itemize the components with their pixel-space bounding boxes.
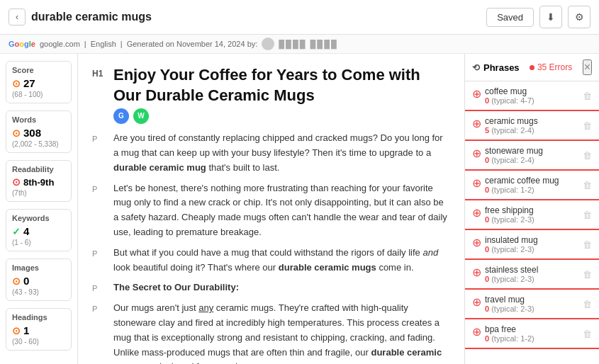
bold-phrase-3: durable ceramic mugs: [113, 347, 442, 364]
score-status-icon: ⊙: [12, 78, 21, 89]
words-value: 308: [23, 127, 41, 139]
errors-count: 35 Errors: [537, 62, 572, 72]
images-value: 0: [23, 275, 29, 287]
back-button[interactable]: ‹: [9, 8, 26, 25]
phrase-delete-icon[interactable]: 🗑: [583, 210, 592, 220]
keywords-status-icon: ✓: [12, 226, 21, 237]
bold-phrase-2: durable ceramic mugs: [279, 262, 376, 273]
phrase-delete-icon[interactable]: 🗑: [583, 150, 592, 161]
language-label: English: [91, 40, 116, 48]
sub-header: Google google.com | English | Generated …: [0, 35, 599, 54]
images-range: (43 - 93): [12, 288, 65, 296]
paragraph-5: Our mugs aren't just any ceramic mugs. T…: [113, 301, 450, 364]
download-button[interactable]: ⬇: [539, 6, 562, 28]
phrase-item-ceramic-coffee-mug: ⊕ ceramic coffee mug 0 (typical: 1-2) 🗑: [465, 171, 599, 200]
h1-content: Enjoy Your Coffee for Years to Come with…: [113, 65, 450, 124]
phrases-icon: ⟲: [472, 62, 480, 73]
page-title: durable ceramic mugs: [31, 11, 152, 23]
generated-label: Generated on November 14, 2024 by:: [127, 40, 258, 48]
phrase-delete-icon[interactable]: 🗑: [583, 91, 592, 101]
saved-button[interactable]: Saved: [486, 8, 534, 27]
phrase-add-icon[interactable]: ⊕: [472, 325, 481, 339]
images-status-icon: ⊙: [12, 275, 21, 287]
phrase-name: stoneware mug: [485, 146, 583, 156]
p2-label: P: [92, 183, 105, 196]
score-value: 27: [23, 77, 35, 89]
phrase-item-bpa-free: ⊕ bpa free 0 (typical: 1-2) 🗑: [465, 319, 599, 349]
phrase-item-free-shipping: ⊕ free shipping 0 (typical: 2-3) 🗑: [465, 200, 599, 230]
paragraph-4-row: P The Secret to Our Durability:: [92, 280, 450, 295]
paragraph-5-row: P Our mugs aren't just any ceramic mugs.…: [92, 301, 450, 364]
headings-range: (30 - 60): [12, 338, 65, 346]
phrases-list: ⊕ coffee mug 0 (typical: 4-7) 🗑 ⊕ cerami…: [465, 81, 599, 364]
words-status-icon: ⊙: [12, 127, 21, 139]
phrase-delete-icon[interactable]: 🗑: [583, 239, 592, 250]
p5-label: P: [92, 303, 105, 316]
p4-label: P: [92, 283, 105, 295]
whatsapp-circle-icon: W: [133, 108, 149, 124]
phrases-title: ⟲ Phrases: [472, 62, 520, 73]
phrase-name: ceramic coffee mug: [485, 176, 583, 186]
phrase-add-icon[interactable]: ⊕: [472, 295, 481, 309]
phrase-add-icon[interactable]: ⊕: [472, 147, 481, 160]
phrase-name: ceramic mugs: [485, 116, 583, 126]
score-range: (68 - 100): [12, 91, 65, 98]
phrase-item-insulated-mug: ⊕ insulated mug 0 (typical: 2-3) 🗑: [465, 230, 599, 260]
bold-phrase-1: durable ceramic mug: [113, 162, 206, 173]
phrases-label: Phrases: [483, 62, 520, 73]
google-logo: Google: [9, 40, 35, 48]
phrase-item-ceramic-mugs: ⊕ ceramic mugs 5 (typical: 2-4) 🗑: [465, 111, 599, 141]
main-area: Score ⊙ 27 (68 - 100) Words ⊙ 308 (2,002…: [0, 54, 599, 364]
phrase-delete-icon[interactable]: 🗑: [583, 269, 592, 280]
phrase-name: coffee mug: [485, 86, 583, 96]
domain-label: google.com: [40, 40, 80, 48]
sep1: |: [84, 40, 86, 48]
phrase-name: stainless steel: [485, 265, 583, 275]
phrase-add-icon[interactable]: ⊕: [472, 87, 481, 101]
readability-value: 8th-9th: [23, 177, 54, 188]
underline-phrase: any: [198, 302, 213, 313]
phrase-delete-icon[interactable]: 🗑: [583, 299, 592, 309]
italic-phrase: and: [422, 247, 438, 258]
avatar: [262, 38, 274, 50]
keywords-range: (1 - 6): [12, 239, 65, 246]
settings-icon: ⚙: [575, 11, 584, 23]
phrase-name: bpa free: [485, 324, 583, 334]
p1-label: P: [92, 133, 105, 146]
words-range: (2,002 - 5,338): [12, 140, 65, 148]
phrase-delete-icon[interactable]: 🗑: [583, 120, 592, 131]
phrase-item-stainless-steel: ⊕ stainless steel 0 (typical: 2-3) 🗑: [465, 260, 599, 290]
metrics-sidebar: Score ⊙ 27 (68 - 100) Words ⊙ 308 (2,002…: [0, 54, 78, 364]
header-right: Saved ⬇ ⚙: [486, 6, 590, 28]
phrase-add-icon[interactable]: ⊕: [472, 236, 481, 249]
error-dot-icon: [530, 65, 534, 70]
paragraph-2: Let's be honest, there's nothing more fr…: [113, 181, 450, 240]
paragraph-4: The Secret to Our Durability:: [113, 280, 450, 295]
h1-row: H1 Enjoy Your Coffee for Years to Come w…: [92, 65, 450, 124]
h1-icons: G W: [113, 108, 450, 124]
phrase-delete-icon[interactable]: 🗑: [583, 329, 592, 339]
keywords-value: 4: [23, 225, 29, 237]
errors-badge: 35 Errors: [530, 62, 572, 72]
subheading-1: The Secret to Our Durability:: [113, 282, 239, 292]
phrase-add-icon[interactable]: ⊕: [472, 117, 481, 130]
readability-range: (7th): [12, 189, 65, 197]
metric-headings: Headings ⊙ 1 (30 - 60): [6, 308, 72, 351]
settings-button[interactable]: ⚙: [568, 6, 590, 28]
content-area: H1 Enjoy Your Coffee for Years to Come w…: [78, 54, 464, 364]
blurred-name: ████ ████: [279, 40, 337, 48]
phrases-close-button[interactable]: ×: [583, 59, 592, 75]
phrase-delete-icon[interactable]: 🗑: [583, 180, 592, 190]
paragraph-1-row: P Are you tired of constantly replacing …: [92, 131, 450, 175]
sep2: |: [121, 40, 123, 48]
phrase-item-stoneware-mug: ⊕ stoneware mug 0 (typical: 2-4) 🗑: [465, 141, 599, 171]
phrase-add-icon[interactable]: ⊕: [472, 206, 481, 220]
paragraph-3-row: P But what if you could have a mug that …: [92, 246, 450, 275]
phrase-name: insulated mug: [485, 235, 583, 245]
headings-status-icon: ⊙: [12, 325, 21, 336]
h1-text: Enjoy Your Coffee for Years to Come with…: [113, 65, 450, 106]
phrase-add-icon[interactable]: ⊕: [472, 176, 481, 190]
phrases-sidebar: ⟲ Phrases 35 Errors × ⊕ coffee mug 0 (ty…: [464, 54, 599, 364]
phrase-name: travel mug: [485, 295, 583, 305]
phrase-add-icon[interactable]: ⊕: [472, 266, 481, 279]
